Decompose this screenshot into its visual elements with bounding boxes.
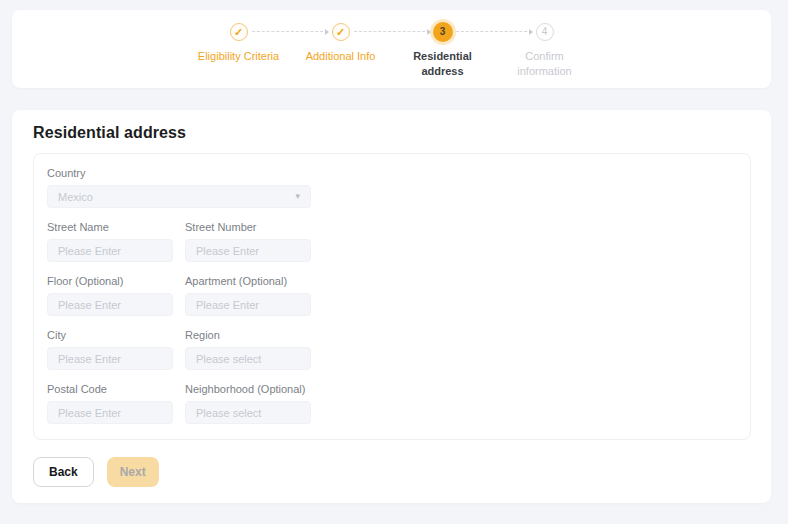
step-circle-slot: ✓ [332,22,350,42]
postal-code-input[interactable] [47,401,173,424]
neighborhood-select[interactable] [185,401,311,424]
apartment-label: Apartment (Optional) [185,275,311,287]
stepper-card: ✓ Eligibility Criteria ✓ Additional Info… [12,10,771,88]
step-label-confirm-information: Confirm information [508,49,582,79]
country-value: Mexico [58,191,93,203]
floor-input[interactable] [47,293,173,316]
street-number-input[interactable] [185,239,311,262]
field-street-number: Street Number [185,221,311,262]
step-completed-circle: ✓ [230,23,248,41]
field-postal-code: Postal Code [47,383,173,424]
back-button[interactable]: Back [33,457,94,487]
region-select[interactable] [185,347,311,370]
country-label: Country [47,167,311,179]
step-completed-circle: ✓ [332,23,350,41]
city-input[interactable] [47,347,173,370]
field-floor: Floor (Optional) [47,275,173,316]
field-street-name: Street Name [47,221,173,262]
street-number-label: Street Number [185,221,311,233]
step-label-residential-address: Residential address [406,49,480,79]
field-region: Region [185,329,311,370]
stepper-connector [354,31,430,32]
form-grid: Country Mexico ▾ Street Name Street Numb… [34,154,750,437]
neighborhood-label: Neighborhood (Optional) [185,383,311,395]
street-name-label: Street Name [47,221,173,233]
postal-code-label: Postal Code [47,383,173,395]
apartment-input[interactable] [185,293,311,316]
region-label: Region [185,329,311,341]
page-title: Residential address [33,124,186,142]
step-circle-slot: 3 [433,22,453,42]
field-neighborhood: Neighborhood (Optional) [185,383,311,424]
floor-label: Floor (Optional) [47,275,173,287]
step-number: 3 [440,27,446,37]
step-upcoming-circle: 4 [536,23,554,41]
field-city: City [47,329,173,370]
check-icon: ✓ [234,26,243,37]
step-label-eligibility-criteria: Eligibility Criteria [198,49,279,64]
country-select[interactable]: Mexico ▾ [47,185,311,208]
step-circle-slot: 4 [536,22,554,42]
step-circle-slot: ✓ [230,22,248,42]
step-active-circle: 3 [433,22,453,42]
stepper: ✓ Eligibility Criteria ✓ Additional Info… [188,10,596,79]
stepper-connector [252,31,328,32]
step-label-additional-info: Additional Info [306,49,376,64]
street-name-input[interactable] [47,239,173,262]
next-button[interactable]: Next [107,457,159,487]
step-number: 4 [542,27,548,37]
field-country: Country Mexico ▾ [47,167,311,208]
form-actions: Back Next [33,457,159,487]
address-form-panel: Country Mexico ▾ Street Name Street Numb… [33,153,751,440]
field-apartment: Apartment (Optional) [185,275,311,316]
stepper-connector [456,31,532,32]
check-icon: ✓ [336,26,345,37]
chevron-down-icon: ▾ [295,192,300,201]
city-label: City [47,329,173,341]
form-card: Residential address Country Mexico ▾ Str… [12,110,771,503]
